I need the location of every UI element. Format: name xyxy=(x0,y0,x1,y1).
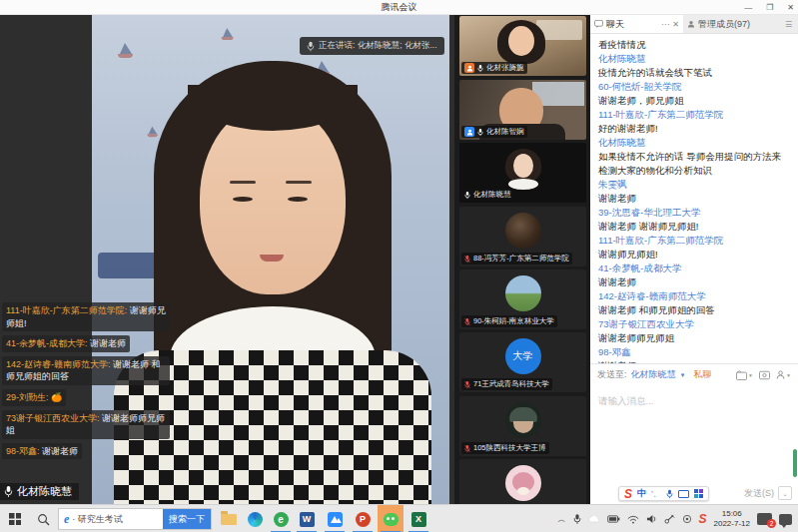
chat-message: 化材陈晓慧疫情允许的话就会线下笔试 xyxy=(598,52,790,80)
participant-thumbnail[interactable]: 105陕西科技大学王博 xyxy=(459,396,586,456)
tray-wifi-icon[interactable] xyxy=(627,515,639,524)
participant-thumbnail[interactable]: 90-朱柯娟-南京林业大学 xyxy=(459,269,586,329)
taskbar-search-button[interactable] xyxy=(30,505,56,532)
excel-icon: X xyxy=(411,512,426,527)
taskbar-clock[interactable]: 15:06 2022-7-12 xyxy=(714,509,750,529)
action-center-icon[interactable] xyxy=(779,514,792,525)
chat-panel-header: 聊天 ⋯ ✕ 管理成员(97) ☰ xyxy=(590,15,798,34)
participant-thumbnail[interactable]: 51-林佳彦-江南大学 xyxy=(459,459,586,504)
start-button[interactable] xyxy=(0,505,30,532)
screen-share-notification-icon[interactable]: 2 xyxy=(757,513,772,525)
tray-usb-icon[interactable] xyxy=(664,514,675,524)
ime-language-toggle[interactable]: 中 xyxy=(637,487,646,500)
tray-battery-icon[interactable] xyxy=(607,515,620,523)
wechat-icon xyxy=(384,513,399,526)
chat-message-list[interactable]: 看疫情情况 化材陈晓慧疫情允许的话就会线下笔试 60-何恺炘-韶关学院谢谢老师，… xyxy=(590,34,798,363)
overlay-message: 29-刘勤生: 🍊 xyxy=(2,389,66,406)
send-to-selector[interactable]: 化材陈晓慧 xyxy=(631,368,676,381)
taskbar-excel[interactable]: X xyxy=(405,505,431,532)
chevron-down-icon[interactable]: ▼ xyxy=(680,372,686,378)
ime-voice-icon[interactable] xyxy=(666,489,673,499)
chat-message: 73谢子银江西农业大学谢谢老师师兄师姐 xyxy=(598,317,790,345)
microphone-icon xyxy=(307,41,315,52)
participant-name: 化材张旖旎 xyxy=(486,63,524,73)
show-hidden-icons-button[interactable]: ︿ xyxy=(558,514,566,525)
screenshot-button[interactable] xyxy=(759,370,770,380)
tab-manage-members[interactable]: 管理成员(97) xyxy=(683,15,779,33)
tray-microphone-icon[interactable] xyxy=(573,513,581,525)
taskbar-tencent-meeting[interactable] xyxy=(322,505,348,532)
chat-panel: 聊天 ⋯ ✕ 管理成员(97) ☰ 看疫情情况 化材陈晓慧疫情允许的话就会线下笔… xyxy=(590,15,798,504)
participant-name: 71王武成青岛科技大学 xyxy=(473,379,549,389)
participant-thumbnail[interactable]: 88-冯芳芳-广东第二师范学院 xyxy=(459,207,586,266)
close-button[interactable]: ✕ xyxy=(787,0,794,15)
tray-onedrive-icon[interactable] xyxy=(588,515,600,523)
windows-taskbar: e · 研究生考试 搜索一下 e W P X ︿ S 15:06 2022-7-… xyxy=(0,504,798,532)
screenshot-icon xyxy=(759,370,770,380)
send-to-label: 发送至: xyxy=(597,368,627,381)
search-icon xyxy=(37,513,50,526)
participant-name: 90-朱柯娟-南京林业大学 xyxy=(473,316,554,326)
participant-name: 88-冯芳芳-广东第二师范学院 xyxy=(473,254,569,264)
search-submit-button[interactable]: 搜索一下 xyxy=(163,508,211,530)
host-badge-icon xyxy=(464,63,474,73)
taskbar-file-explorer[interactable] xyxy=(216,505,242,532)
chat-close-button[interactable]: ✕ xyxy=(672,20,679,29)
taskbar-word[interactable]: W xyxy=(294,505,320,532)
input-scrollbar-thumb[interactable] xyxy=(793,449,797,477)
maximize-button[interactable]: ❐ xyxy=(766,0,773,15)
ime-toolbox-icon[interactable] xyxy=(694,489,703,498)
chat-message: 39-沈思睿-华北理工大学谢谢老师 谢谢师兄师姐! xyxy=(598,206,790,234)
title-bar: 腾讯会议 — ❐ ✕ xyxy=(0,0,798,15)
send-options-dropdown[interactable]: ⌄ xyxy=(778,486,792,500)
chat-more-button[interactable]: ⋯ xyxy=(661,20,669,29)
ie-logo-icon: e xyxy=(64,512,69,527)
tencent-meeting-icon xyxy=(328,512,343,527)
send-to-row: 发送至: 化材陈晓慧 ▼ 私聊 ▼ ▼ xyxy=(590,363,798,385)
participant-thumbnail[interactable]: 化材陈智娴 xyxy=(459,80,586,140)
person-icon xyxy=(687,20,695,28)
participant-thumbnail[interactable]: 大学 71王武成青岛科技大学 xyxy=(459,332,586,392)
participant-avatar xyxy=(505,213,541,249)
send-button[interactable]: 发送(S) xyxy=(744,487,774,500)
sogou-tray-icon[interactable]: S xyxy=(699,512,707,526)
clock-date: 2022-7-12 xyxy=(714,519,750,528)
sogou-ime-toolbar[interactable]: S 中 ’、 xyxy=(618,486,709,501)
file-icon xyxy=(736,370,747,380)
participant-thumbnail[interactable]: 化材陈晓慧 xyxy=(459,143,586,203)
ime-keyboard-icon[interactable] xyxy=(678,490,689,498)
sogou-logo-icon[interactable]: S xyxy=(624,487,632,501)
clock-time: 15:06 xyxy=(722,509,742,518)
speaker-name: 化材陈晓慧 xyxy=(17,484,72,499)
curtain-sailboat-motif xyxy=(223,28,233,37)
search-query-text[interactable]: · 研究生考试 xyxy=(72,513,163,526)
folder-icon xyxy=(221,514,237,525)
system-tray: ︿ S 15:06 2022-7-12 2 xyxy=(558,505,798,532)
taskbar-browser[interactable]: e xyxy=(268,505,294,532)
word-icon: W xyxy=(300,512,315,527)
microphone-icon xyxy=(4,485,13,498)
taskbar-edge-browser[interactable] xyxy=(242,505,268,532)
tray-touch-icon[interactable] xyxy=(682,514,692,524)
participant-avatar xyxy=(505,402,541,438)
participant-name: 105陕西科技大学王博 xyxy=(473,443,546,453)
taskbar-powerpoint[interactable]: P xyxy=(350,505,376,532)
chat-bubble-icon xyxy=(594,20,603,28)
tray-volume-icon[interactable] xyxy=(646,514,657,524)
minimize-button[interactable]: — xyxy=(744,0,752,15)
participant-thumbnail[interactable]: 化材张旖旎 xyxy=(459,16,586,76)
send-file-button[interactable]: ▼ xyxy=(736,370,753,380)
tab-members-label: 管理成员(97) xyxy=(698,18,750,31)
panel-menu-button[interactable]: ☰ xyxy=(779,15,798,33)
person-icon xyxy=(776,370,785,379)
mention-member-button[interactable]: ▼ xyxy=(776,370,791,379)
taskbar-search-box[interactable]: e · 研究生考试 搜索一下 xyxy=(58,508,212,530)
overlay-message: 98-邓鑫: 谢谢老师 xyxy=(2,443,82,460)
tab-chat[interactable]: 聊天 ⋯ ✕ xyxy=(590,15,683,33)
microphone-icon xyxy=(477,64,483,73)
taskbar-wechat-flashing[interactable] xyxy=(378,505,403,532)
chat-message: 98-邓鑫谢谢老师 xyxy=(598,345,790,363)
muted-microphone-icon xyxy=(464,317,470,326)
main-video-stage: 正在讲话: 化材陈晓慧; 化材张... 111-叶嘉欣-广东第二师范学院: 谢谢… xyxy=(0,15,454,504)
ime-punctuation-toggle[interactable]: ’、 xyxy=(651,488,661,499)
